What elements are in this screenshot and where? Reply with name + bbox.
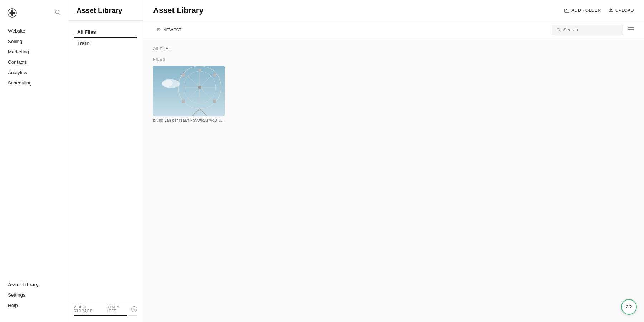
search-icon[interactable]: [55, 9, 60, 16]
toolbar-left: NEWEST: [153, 25, 184, 34]
folder-panel: Asset Library All Files Trash VIDEO STOR…: [68, 0, 143, 322]
svg-point-28: [162, 79, 173, 87]
svg-rect-21: [182, 74, 185, 77]
svg-rect-23: [182, 100, 185, 103]
help-icon[interactable]: ?: [131, 306, 137, 312]
folder-panel-title: Asset Library: [68, 0, 143, 21]
folder-panel-footer: VIDEO STORAGE 30 MIN LEFT ?: [68, 301, 143, 322]
sidebar-item-contacts[interactable]: Contacts: [4, 57, 63, 67]
video-storage-fill: [74, 315, 127, 316]
sidebar-item-website[interactable]: Website: [4, 26, 63, 36]
sidebar-item-help[interactable]: Help: [4, 300, 63, 311]
video-storage-label: VIDEO STORAGE 30 MIN LEFT ?: [74, 305, 137, 313]
file-thumbnail: [153, 66, 225, 116]
files-section-label: FILES: [153, 57, 634, 62]
upload-button[interactable]: UPLOAD: [608, 8, 634, 13]
search-input[interactable]: [564, 27, 619, 33]
sort-button[interactable]: NEWEST: [153, 25, 184, 34]
svg-line-8: [559, 31, 560, 31]
svg-rect-19: [198, 69, 201, 72]
upload-icon: [608, 8, 613, 13]
breadcrumb: All Files: [153, 46, 634, 52]
sidebar-item-scheduling[interactable]: Scheduling: [4, 78, 63, 88]
top-bar: Asset Library ADD FOLDER UPLOAD: [143, 0, 644, 21]
add-folder-button[interactable]: ADD FOLDER: [564, 8, 601, 13]
video-storage-bar: [74, 315, 137, 316]
content-area: All Files FILES: [143, 39, 644, 322]
file-name: bruno-van-der-kraan-FSvWioAKwqU-unsplas.…: [153, 118, 225, 122]
search-box: [552, 25, 623, 35]
folder-nav: All Files Trash: [68, 21, 143, 301]
main-content: Asset Library ADD FOLDER UPLOAD NEWEST: [143, 0, 644, 322]
files-grid: bruno-van-der-kraan-FSvWioAKwqU-unsplas.…: [153, 66, 634, 122]
svg-point-24: [198, 86, 201, 89]
search-box-icon: [556, 28, 561, 32]
svg-rect-22: [213, 100, 216, 103]
sort-label: NEWEST: [163, 28, 181, 33]
folder-nav-all-files[interactable]: All Files: [74, 26, 137, 38]
left-sidebar: Website Selling Marketing Contacts Analy…: [0, 0, 68, 322]
top-bar-actions: ADD FOLDER UPLOAD: [564, 8, 634, 13]
svg-rect-20: [213, 74, 216, 77]
toolbar-right: [552, 25, 634, 35]
sidebar-item-selling[interactable]: Selling: [4, 36, 63, 47]
svg-line-2: [59, 13, 60, 15]
sort-icon: [156, 27, 161, 33]
sidebar-bottom: Asset Library Settings Help: [0, 279, 68, 316]
sidebar-item-settings[interactable]: Settings: [4, 290, 63, 300]
ferris-wheel-image: [153, 66, 225, 116]
logo-icon[interactable]: [7, 7, 19, 19]
sidebar-nav: Website Selling Marketing Contacts Analy…: [0, 26, 68, 279]
page-title: Asset Library: [153, 6, 204, 15]
sidebar-logo-area: [0, 6, 68, 26]
file-item[interactable]: bruno-van-der-kraan-FSvWioAKwqU-unsplas.…: [153, 66, 225, 122]
sidebar-item-asset-library[interactable]: Asset Library: [4, 279, 63, 290]
add-folder-icon: [564, 8, 569, 13]
sidebar-item-analytics[interactable]: Analytics: [4, 67, 63, 78]
svg-rect-12: [153, 66, 225, 116]
folder-nav-trash[interactable]: Trash: [74, 38, 137, 49]
progress-badge[interactable]: 2/2: [621, 299, 637, 315]
sidebar-item-marketing[interactable]: Marketing: [4, 47, 63, 57]
toolbar-row: NEWEST: [143, 21, 644, 39]
view-toggle-button[interactable]: [628, 26, 634, 34]
